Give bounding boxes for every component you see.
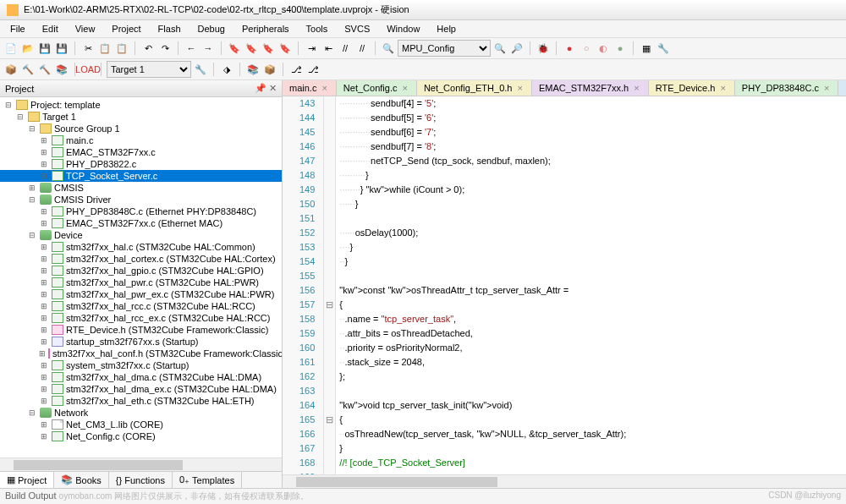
bookmark-next-icon[interactable]: 🔖 (261, 41, 276, 56)
tree-item[interactable]: ⊟Source Group 1 (0, 123, 282, 134)
tree-item[interactable]: ⊞stm32f7xx_hal_rcc_ex.c (STM32Cube HAL:R… (0, 312, 282, 324)
expander-icon[interactable]: ⊞ (39, 373, 49, 381)
menu-project[interactable]: Project (105, 22, 147, 36)
expander-icon[interactable]: ⊞ (39, 148, 49, 156)
expander-icon[interactable]: ⊞ (39, 207, 49, 216)
editor-scroll-h[interactable] (283, 474, 846, 488)
tab-books[interactable]: 📚 Books (54, 472, 109, 488)
menu-file[interactable]: File (3, 22, 32, 36)
close-icon[interactable]: × (402, 83, 407, 93)
menu-tools[interactable]: Tools (299, 22, 335, 36)
menu-debug[interactable]: Debug (191, 22, 232, 36)
batch-build-icon[interactable]: 📚 (54, 62, 69, 77)
expander-icon[interactable]: ⊞ (39, 172, 49, 180)
find-icon[interactable]: 🔍 (381, 41, 396, 56)
download-icon[interactable]: LOAD (80, 62, 96, 77)
expander-icon[interactable]: ⊞ (27, 184, 37, 192)
expander-icon[interactable]: ⊞ (39, 432, 49, 441)
menu-flash[interactable]: Flash (151, 22, 188, 36)
expander-icon[interactable]: ⊞ (39, 337, 49, 346)
tree-item[interactable]: ⊞PHY_DP83822.c (0, 158, 282, 170)
git-icon[interactable]: ⎇ (288, 62, 304, 77)
open-icon[interactable]: 📂 (20, 41, 36, 56)
close-icon[interactable]: × (517, 83, 522, 93)
tree-item[interactable]: ⊞stm32f7xx_hal_eth.c (STM32Cube HAL:ETH) (0, 395, 282, 407)
expander-icon[interactable]: ⊞ (39, 361, 49, 370)
tree-item[interactable]: ⊞stm32f7xx_hal_gpio.c (STM32Cube HAL:GPI… (0, 265, 282, 277)
expander-icon[interactable]: ⊞ (39, 160, 49, 168)
tree-item[interactable]: ⊟Network (0, 407, 282, 419)
tree-item[interactable]: ⊟CMSIS Driver (0, 194, 282, 205)
file-tab[interactable]: Net_Config.c× (337, 80, 417, 96)
expander-icon[interactable]: ⊞ (39, 290, 49, 299)
expander-icon[interactable]: ⊟ (3, 101, 14, 109)
expander-icon[interactable]: ⊞ (39, 385, 49, 393)
config-icon[interactable]: 🔧 (656, 41, 671, 56)
file-tab[interactable]: EMAC_STM32F7xx.c× (838, 80, 846, 96)
file-tab[interactable]: main.c× (283, 80, 337, 96)
file-tab[interactable]: RTE_Device.h× (649, 80, 735, 96)
menu-window[interactable]: Window (380, 22, 426, 36)
close-icon[interactable]: × (634, 83, 639, 93)
tree-item[interactable]: ⊞stm32f7xx_hal_conf.h (STM32Cube Framewo… (0, 348, 282, 359)
tree-item[interactable]: ⊞main.c (0, 134, 282, 146)
expander-icon[interactable]: ⊞ (39, 314, 49, 322)
nav-fwd-icon[interactable]: → (201, 41, 216, 56)
expander-icon[interactable]: ⊞ (39, 219, 49, 227)
bookmark-clear-icon[interactable]: 🔖 (277, 41, 293, 56)
expander-icon[interactable]: ⊟ (27, 195, 37, 204)
expander-icon[interactable]: ⊞ (39, 326, 49, 334)
tree-item[interactable]: ⊞Net_Config.c (CORE) (0, 430, 282, 442)
save-icon[interactable]: 💾 (37, 41, 52, 56)
menu-view[interactable]: View (69, 22, 102, 36)
tree-item[interactable]: ⊞EMAC_STM32F7xx.c (0, 146, 282, 158)
tab-functions[interactable]: {} Functions (109, 472, 173, 488)
expander-icon[interactable]: ⊞ (39, 243, 49, 251)
translate-icon[interactable]: 📦 (3, 62, 19, 77)
copy-icon[interactable]: 📋 (97, 41, 113, 56)
build-icon[interactable]: 🔨 (20, 62, 36, 77)
tree-item[interactable]: ⊞stm32f7xx_hal_dma.c (STM32Cube HAL:DMA) (0, 371, 282, 383)
expander-icon[interactable]: ⊞ (39, 420, 49, 429)
expander-icon[interactable]: ⊟ (27, 231, 37, 239)
project-scroll-h[interactable] (0, 457, 282, 471)
expander-icon[interactable]: ⊟ (27, 124, 37, 133)
tree-item[interactable]: ⊟Target 1 (0, 111, 282, 123)
new-icon[interactable]: 📄 (3, 41, 19, 56)
tree-item[interactable]: ⊟Project: template (0, 99, 282, 111)
nav-back-icon[interactable]: ← (184, 41, 199, 56)
tree-item[interactable]: ⊞stm32f7xx_hal_rcc.c (STM32Cube HAL:RCC) (0, 300, 282, 312)
expander-icon[interactable]: ⊞ (39, 266, 49, 275)
window-icon[interactable]: ▦ (639, 41, 654, 56)
indent-icon[interactable]: ⇥ (304, 41, 319, 56)
menu-help[interactable]: Help (430, 22, 463, 36)
tree-item[interactable]: ⊞stm32f7xx_hal_dma_ex.c (STM32Cube HAL:D… (0, 383, 282, 395)
tree-item[interactable]: ⊞EMAC_STM32F7xx.c (Ethernet MAC) (0, 217, 282, 229)
breakpoint-icon[interactable]: ● (562, 41, 577, 56)
debug-icon[interactable]: 🐞 (536, 41, 551, 56)
cut-icon[interactable]: ✂ (80, 41, 96, 56)
expander-icon[interactable]: ⊟ (27, 408, 37, 417)
tree-item[interactable]: ⊞system_stm32f7xx.c (Startup) (0, 359, 282, 371)
manage-rte-icon[interactable]: ⬗ (219, 62, 234, 77)
save-all-icon[interactable]: 💾 (54, 41, 69, 56)
expander-icon[interactable]: ⊞ (39, 349, 46, 358)
menu-edit[interactable]: Edit (36, 22, 65, 36)
expander-icon[interactable]: ⊞ (39, 136, 49, 145)
tree-item[interactable]: ⊞TCP_Socket_Server.c (0, 170, 282, 182)
expander-icon[interactable]: ⊞ (39, 302, 49, 310)
redo-icon[interactable]: ↷ (157, 41, 173, 56)
file-tab[interactable]: PHY_DP83848C.c× (735, 80, 839, 96)
code-area[interactable]: 1431441451461471481491501511521531541551… (283, 96, 846, 474)
tree-item[interactable]: ⊞RTE_Device.h (STM32Cube Framework:Class… (0, 324, 282, 336)
outdent-icon[interactable]: ⇤ (321, 41, 336, 56)
breakpoint-enable-icon[interactable]: ● (613, 41, 628, 56)
tree-item[interactable]: ⊞Net_CM3_L.lib (CORE) (0, 419, 282, 430)
books-icon[interactable]: 📚 (245, 62, 261, 77)
tree-item[interactable]: ⊞PHY_DP83848C.c (Ethernet PHY:DP83848C) (0, 205, 282, 217)
find-files-icon[interactable]: 🔍 (492, 41, 508, 56)
fold-column[interactable]: ⊟⊟ (324, 96, 336, 474)
close-icon[interactable]: × (321, 83, 327, 93)
rebuild-icon[interactable]: 🔨 (37, 62, 52, 77)
project-tree[interactable]: ⊟Project: template⊟Target 1⊟Source Group… (0, 97, 282, 457)
